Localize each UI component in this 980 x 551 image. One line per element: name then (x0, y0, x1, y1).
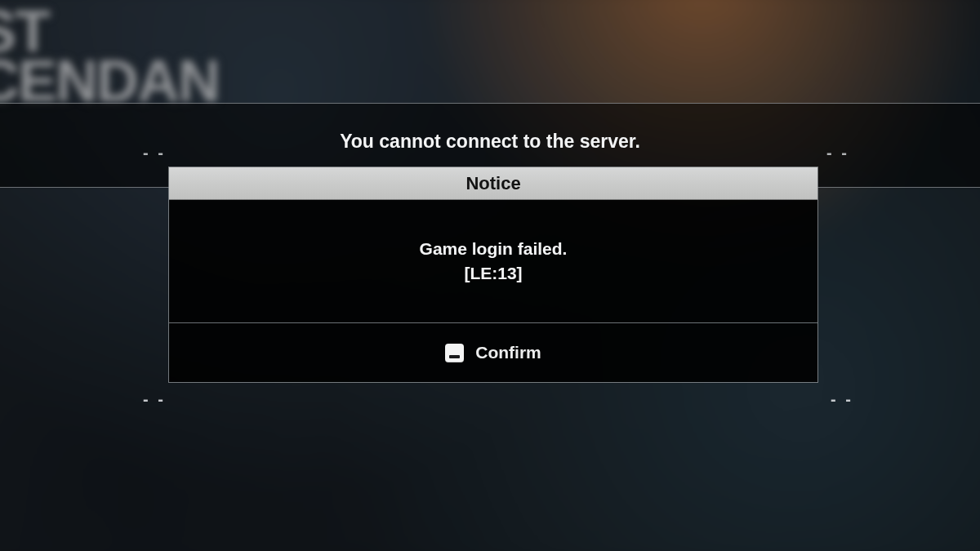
dialog-title: Notice (169, 167, 817, 200)
dialog-body: Game login failed. [LE:13] (169, 200, 817, 322)
notice-dialog: Notice Game login failed. [LE:13] Confir… (168, 167, 818, 383)
banner-ornament-right: - - (826, 144, 849, 162)
confirm-button-label: Confirm (475, 343, 541, 362)
spacebar-icon (445, 344, 464, 362)
dialog-message-line2: [LE:13] (464, 264, 522, 283)
dialog-footer: Confirm (169, 323, 817, 382)
banner-ornament-left: - - (143, 144, 166, 162)
lower-ornament-right: - - (831, 390, 853, 409)
lower-ornament-left: - - (143, 390, 166, 409)
dialog-message-line1: Game login failed. (420, 239, 568, 259)
confirm-button[interactable]: Confirm (437, 338, 550, 367)
